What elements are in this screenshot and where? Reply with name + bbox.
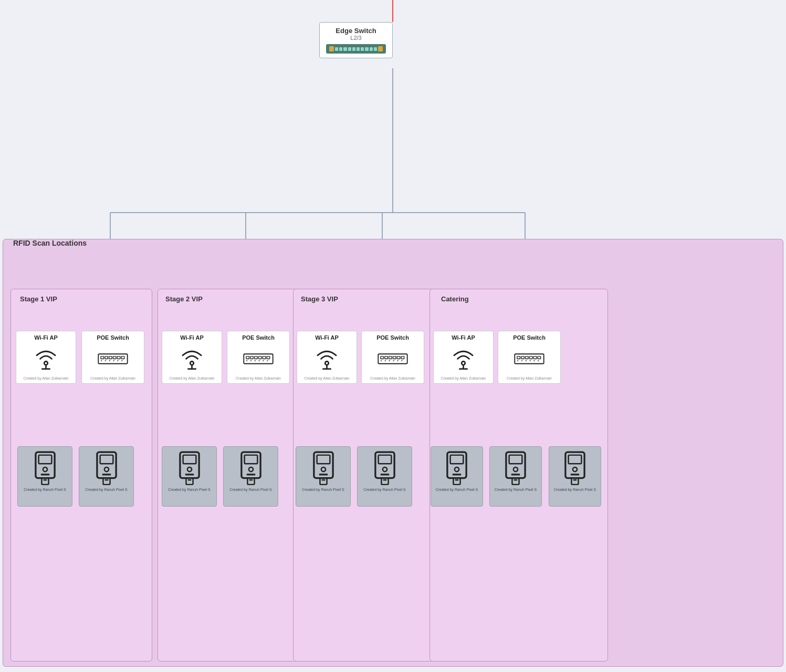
stage2-wifi-credit: Created by Allan Zulkarnain [165,376,218,380]
port-10 [374,47,377,51]
catering-label: Catering [441,295,469,303]
svg-rect-163 [512,478,519,485]
port-3 [343,47,347,51]
svg-rect-104 [244,455,257,464]
svg-point-77 [104,467,108,471]
svg-rect-143 [526,356,529,359]
stage2-label: Stage 2 VIP [165,295,203,303]
switch-ports [326,44,386,54]
svg-rect-134 [380,474,389,475]
svg-rect-98 [183,455,196,464]
stage1-scanner1-icon [30,450,59,487]
svg-rect-154 [450,455,464,464]
svg-rect-107 [247,478,254,485]
catering-scanner1-icon [443,450,471,487]
stage1-poe-switch: POE Switch Created by Allan Zulkarnain [81,331,144,384]
stage1-wifi-ap: Wi-Fi AP Created by Allan Zulkarnain [16,331,76,384]
catering-wifi-ap: Wi-Fi AP Created by Allan Zulkarnain [433,331,494,384]
svg-rect-126 [317,455,330,464]
port-4 [348,47,351,51]
edge-switch-label: Edge Switch [326,27,386,35]
svg-point-161 [513,467,518,471]
stage3-wifi-label: Wi-Fi AP [300,334,353,341]
stage1-scanner-1: Created by Ranuh Pixel S [17,446,72,507]
port-7 [361,47,364,51]
svg-rect-170 [573,479,577,480]
stage1-wifi-icon [30,343,62,374]
stage3-scanner2-icon [370,450,399,487]
svg-rect-86 [250,356,254,359]
catering-scanner3-credit: Created by Ranuh Pixel S [552,488,598,491]
stage1-poe-label: POE Switch [85,334,141,341]
svg-rect-157 [453,478,460,485]
svg-rect-156 [453,474,461,475]
stage1-scanner2-credit: Created by Ranuh Pixel S [82,488,130,491]
svg-rect-102 [187,479,191,480]
catering-wifi-credit: Created by Allan Zulkarnain [437,376,490,380]
svg-rect-116 [393,356,396,359]
stage3-scanner1-credit: Created by Ranuh Pixel S [299,488,347,491]
svg-rect-90 [267,356,270,359]
svg-rect-61 [117,356,120,359]
catering-scanner2-credit: Created by Ranuh Pixel S [493,488,538,491]
stage2-wifi-icon [176,343,208,374]
svg-rect-78 [102,474,110,475]
port-8 [365,47,368,51]
stage2-poe-icon [243,343,274,374]
svg-rect-115 [389,356,392,359]
svg-point-137 [462,361,465,365]
catering-scanner-2: Created by Ranuh Pixel S [489,446,542,507]
stage1-wifi-credit: Created by Allan Zulkarnain [19,376,72,380]
stage2-scanner1-icon [175,450,204,487]
svg-point-81 [190,361,194,365]
svg-rect-62 [121,356,124,359]
port-6 [357,47,360,51]
stage3-poe-label: POE Switch [365,334,421,341]
svg-rect-168 [571,474,579,475]
stage3-poe-switch: POE Switch Created by Allan Zulkarnain [361,331,424,384]
stage1-wifi-label: Wi-Fi AP [19,334,72,341]
catering-poe-icon [513,343,545,374]
stage2-scanner2-credit: Created by Ranuh Pixel S [227,488,275,491]
svg-rect-129 [320,478,327,485]
stage3-scanner-2: Created by Ranuh Pixel S [357,446,412,507]
stage3-label: Stage 3 VIP [301,295,338,303]
svg-rect-76 [100,455,113,464]
svg-rect-106 [246,474,255,475]
svg-rect-101 [186,478,193,485]
svg-point-133 [382,467,386,471]
svg-rect-74 [43,479,47,480]
svg-rect-58 [105,356,108,359]
svg-rect-169 [571,478,578,485]
svg-rect-87 [255,356,258,359]
catering-scanner3-icon [561,450,590,487]
svg-rect-132 [378,455,391,464]
stage3-scanner1-icon [309,450,338,487]
stage2-scanner-1: Created by Ranuh Pixel S [162,446,217,507]
svg-rect-85 [246,356,249,359]
svg-rect-114 [385,356,388,359]
svg-point-109 [325,361,329,365]
diagram-container: Edge Switch L2/3 RFID Scan Locations Sta… [0,0,786,672]
port-5 [352,47,355,51]
svg-rect-142 [521,356,525,359]
stage1-scanner-2: Created by Ranuh Pixel S [79,446,134,507]
edge-switch-sublabel: L2/3 [326,35,386,41]
svg-rect-70 [38,455,51,464]
edge-switch-node: Edge Switch L2/3 [319,22,393,58]
stage2-wifi-ap: Wi-Fi AP Created by Allan Zulkarnain [162,331,222,384]
port-9 [370,47,373,51]
svg-rect-158 [455,479,459,480]
svg-rect-79 [103,478,110,485]
stage2-scanner1-credit: Created by Ranuh Pixel S [165,488,213,491]
stage3-scanner2-credit: Created by Ranuh Pixel S [361,488,408,491]
stage3-wifi-ap: Wi-Fi AP Created by Allan Zulkarnain [297,331,357,384]
port-2 [339,47,342,51]
svg-rect-100 [185,474,193,475]
catering-wifi-label: Wi-Fi AP [437,334,490,341]
stage1-scanner1-credit: Created by Ranuh Pixel S [21,488,69,491]
svg-rect-144 [529,356,532,359]
svg-rect-113 [381,356,384,359]
stage3-wifi-icon [311,343,343,374]
svg-rect-59 [109,356,112,359]
